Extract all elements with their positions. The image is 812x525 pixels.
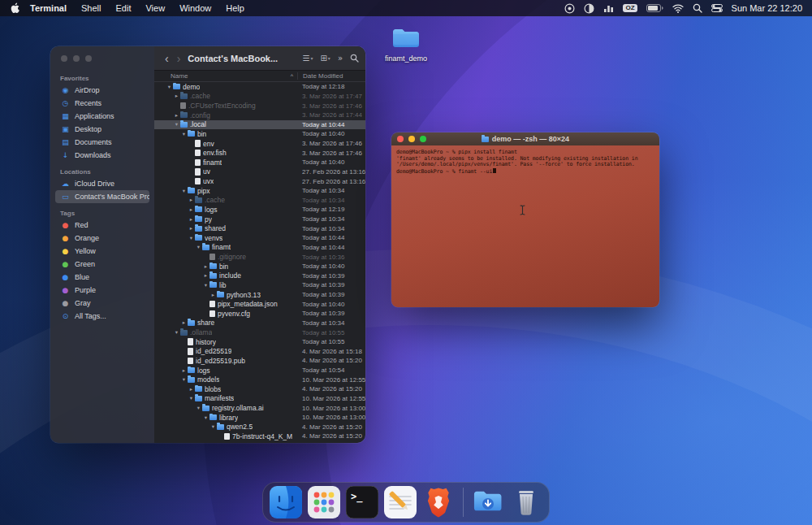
file-row[interactable]: ▸.cache3. Mar 2026 at 17:47 — [154, 92, 365, 102]
group-by-button[interactable]: ⊞▾ — [320, 54, 330, 63]
disclosure-collapsed-icon[interactable]: ▸ — [173, 93, 180, 99]
file-row[interactable]: ▸logsToday at 10:54 — [154, 366, 365, 375]
file-row[interactable]: ▸sharedToday at 10:34 — [154, 223, 365, 233]
disclosure-expanded-icon[interactable]: ▾ — [202, 282, 209, 289]
file-row[interactable]: ▸logsToday at 12:19 — [154, 205, 365, 215]
sidebar-item-airdrop[interactable]: ◉AirDrop — [55, 84, 149, 97]
file-row[interactable]: pyvenv.cfgToday at 10:39 — [154, 309, 365, 319]
sidebar-item-icloud-drive[interactable]: ☁iCloud Drive — [55, 177, 149, 190]
file-row[interactable]: uvx27. Feb 2026 at 13:16 — [154, 176, 365, 186]
zoom-button[interactable] — [85, 55, 92, 62]
disclosure-expanded-icon[interactable]: ▾ — [180, 188, 188, 194]
dock-item-downloads[interactable] — [472, 486, 504, 518]
file-row[interactable]: ▸python3.13Today at 10:39 — [154, 290, 365, 300]
apple-menu[interactable] — [10, 2, 19, 14]
input-source-badge[interactable]: OZ — [623, 4, 637, 12]
control-center-icon[interactable] — [711, 4, 723, 12]
close-button[interactable] — [61, 55, 67, 62]
sidebar-item-desktop[interactable]: ▣Desktop — [55, 123, 149, 136]
dock-item-launchpad[interactable] — [308, 486, 340, 518]
terminal-output[interactable]: demo@MacBookPro ~ % pipx install finamt'… — [391, 145, 659, 307]
battery-icon[interactable] — [646, 4, 663, 12]
disclosure-expanded-icon[interactable]: ▾ — [209, 423, 217, 430]
file-row[interactable]: ▾demoToday at 12:18 — [154, 82, 365, 92]
file-row[interactable]: id_ed255194. Mar 2026 at 15:18 — [154, 347, 365, 357]
disclosure-expanded-icon[interactable]: ▾ — [202, 414, 209, 421]
file-row[interactable]: ▸pyToday at 10:34 — [154, 215, 365, 224]
file-row[interactable]: ▾binToday at 10:40 — [154, 129, 365, 139]
disclosure-collapsed-icon[interactable]: ▸ — [180, 367, 188, 374]
menu-help[interactable]: Help — [218, 3, 252, 13]
file-row[interactable]: 7b-instruct-q4_K_M4. Mar 2026 at 15:20 — [154, 432, 365, 441]
file-row[interactable]: ▾.localToday at 10:44 — [154, 120, 365, 130]
file-row[interactable]: id_ed25519.pub4. Mar 2026 at 15:20 — [154, 356, 365, 366]
sidebar-item-documents[interactable]: ▤Documents — [55, 136, 149, 149]
terminal-titlebar[interactable]: demo — -zsh — 80×24 — [391, 132, 659, 145]
file-row[interactable]: ▾libToday at 10:39 — [154, 280, 365, 290]
column-header-date-modified[interactable]: Date Modified — [297, 72, 365, 80]
sidebar-item-recents[interactable]: ◷Recents — [55, 97, 149, 110]
file-row[interactable]: ▾qwen2.54. Mar 2026 at 15:20 — [154, 423, 365, 432]
search-icon[interactable] — [350, 54, 359, 63]
disclosure-expanded-icon[interactable]: ▾ — [188, 395, 195, 401]
file-row[interactable]: ▾finamtToday at 10:44 — [154, 243, 365, 253]
file-row[interactable]: ▸includeToday at 10:39 — [154, 271, 365, 281]
file-row[interactable]: ▾venvsToday at 10:44 — [154, 233, 365, 243]
sidebar-item-blue[interactable]: ●Blue — [55, 271, 149, 284]
file-row[interactable]: ▾.ollamaToday at 10:55 — [154, 328, 365, 337]
menu-view[interactable]: View — [138, 3, 172, 13]
back-button[interactable]: ‹ — [161, 52, 173, 65]
disclosure-expanded-icon[interactable]: ▾ — [195, 244, 202, 250]
zoom-button[interactable] — [420, 136, 426, 142]
disclosure-expanded-icon[interactable]: ▾ — [180, 131, 188, 137]
sidebar-item-all-tags-[interactable]: ⊙All Tags... — [55, 310, 149, 323]
file-row[interactable]: ▾registry.ollama.ai10. Mar 2026 at 13:00 — [154, 403, 365, 413]
toolbar-overflow-button[interactable]: » — [338, 54, 343, 63]
menu-shell[interactable]: Shell — [74, 3, 108, 13]
disclosure-collapsed-icon[interactable]: ▸ — [188, 216, 195, 223]
file-row[interactable]: ▾manifests10. Mar 2026 at 12:55 — [154, 394, 365, 404]
sidebar-item-orange[interactable]: ●Orange — [55, 232, 149, 245]
disclosure-expanded-icon[interactable]: ▾ — [173, 121, 180, 128]
window-controls[interactable] — [50, 46, 154, 68]
search-icon[interactable] — [693, 3, 702, 13]
sidebar-item-green[interactable]: ●Green — [55, 258, 149, 271]
dock-item-trash[interactable] — [510, 486, 542, 518]
file-row[interactable]: env.fish3. Mar 2026 at 17:46 — [154, 148, 365, 158]
sidebar-item-downloads[interactable]: ↓Downloads — [55, 149, 149, 162]
sidebar-item-purple[interactable]: ●Purple — [55, 284, 149, 297]
sidebar-item-gray[interactable]: ●Gray — [55, 297, 149, 310]
forward-button[interactable]: › — [173, 52, 185, 65]
close-button[interactable] — [397, 136, 404, 142]
file-row[interactable]: .gitignoreToday at 10:36 — [154, 252, 365, 262]
disclosure-collapsed-icon[interactable]: ▸ — [180, 319, 188, 326]
column-header-name[interactable]: Name ^ — [154, 72, 297, 80]
file-row[interactable]: .CFUserTextEncoding3. Mar 2026 at 17:46 — [154, 101, 365, 111]
dock-item-textedit[interactable] — [384, 486, 417, 518]
disclosure-collapsed-icon[interactable]: ▸ — [188, 386, 195, 393]
file-row[interactable]: historyToday at 10:55 — [154, 337, 365, 347]
file-row[interactable]: ▸binToday at 10:40 — [154, 262, 365, 271]
disclosure-expanded-icon[interactable]: ▾ — [173, 329, 180, 336]
file-row[interactable]: ▸.cacheToday at 10:34 — [154, 196, 365, 206]
disclosure-collapsed-icon[interactable]: ▸ — [173, 112, 180, 119]
disclosure-collapsed-icon[interactable]: ▸ — [202, 263, 209, 270]
wifi-icon[interactable] — [672, 4, 684, 13]
file-row[interactable]: env3. Mar 2026 at 17:46 — [154, 139, 365, 149]
sidebar-item-applications[interactable]: ▦Applications — [55, 110, 149, 123]
file-row[interactable]: ▾library10. Mar 2026 at 13:00 — [154, 413, 365, 423]
stats-icon[interactable] — [603, 4, 614, 13]
disclosure-collapsed-icon[interactable]: ▸ — [188, 197, 195, 203]
disclosure-collapsed-icon[interactable]: ▸ — [202, 272, 209, 279]
file-row[interactable]: uv27. Feb 2026 at 13:16 — [154, 167, 365, 177]
dock-item-terminal[interactable]: >_ — [346, 486, 378, 518]
dock-item-brave[interactable] — [422, 486, 455, 518]
minimize-button[interactable] — [73, 55, 80, 62]
view-as-list-button[interactable]: ☰▾ — [302, 54, 313, 63]
file-row[interactable]: ▾models10. Mar 2026 at 12:55 — [154, 375, 365, 384]
file-row[interactable]: ▾pipxToday at 10:34 — [154, 186, 365, 196]
dock-item-finder[interactable] — [270, 486, 302, 518]
disclosure-collapsed-icon[interactable]: ▸ — [188, 206, 195, 213]
disclosure-expanded-icon[interactable]: ▾ — [195, 405, 202, 411]
disclosure-collapsed-icon[interactable]: ▸ — [209, 292, 217, 298]
